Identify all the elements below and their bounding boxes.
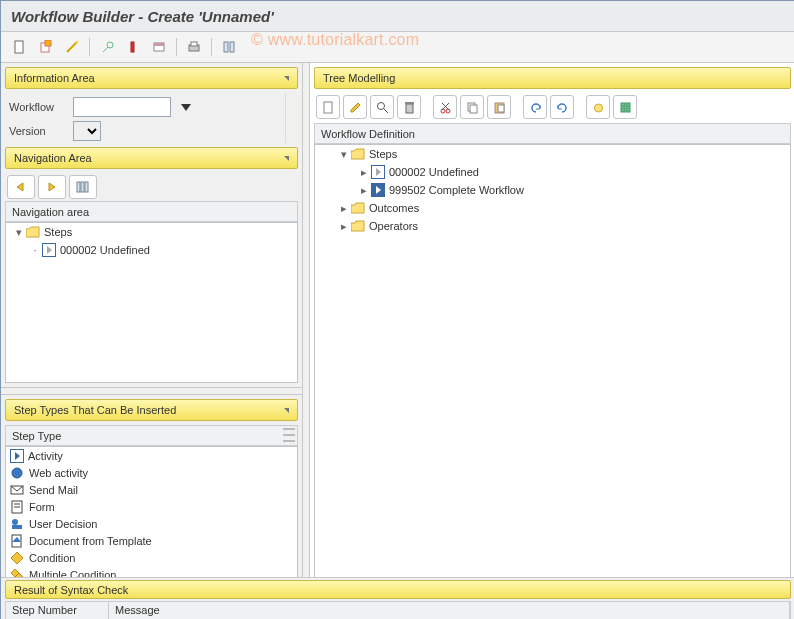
version-select[interactable]: [73, 121, 101, 141]
step-type-column-header: Step Type: [5, 425, 298, 446]
info-scrollbar[interactable]: [285, 93, 302, 143]
wd-outcomes-node[interactable]: ▸ Outcomes: [315, 199, 790, 217]
svg-line-3: [67, 42, 77, 52]
new-document-icon[interactable]: [9, 36, 31, 58]
svg-rect-40: [626, 103, 630, 107]
grip-icon[interactable]: [283, 428, 295, 442]
wd-step-label: 000002 Undefined: [389, 166, 479, 178]
tree-modelling-header[interactable]: Tree Modelling: [314, 67, 791, 89]
window-title: Workflow Builder - Create 'Unnamed': [11, 8, 274, 25]
tree-modelling-label: Tree Modelling: [323, 72, 395, 84]
workflow-input[interactable]: [73, 97, 171, 117]
paste-button[interactable]: [487, 95, 511, 119]
expand-icon[interactable]: ▸: [359, 166, 369, 179]
svg-rect-13: [230, 42, 234, 52]
delete-button[interactable]: [397, 95, 421, 119]
container-icon[interactable]: [148, 36, 170, 58]
expand-icon[interactable]: ▸: [339, 220, 349, 233]
step-type-user-decision[interactable]: User Decision: [6, 515, 297, 532]
step-type-document-template[interactable]: Document from Template: [6, 532, 297, 549]
folder-icon: [351, 202, 365, 214]
svg-point-26: [377, 102, 384, 109]
collapse-icon[interactable]: [284, 76, 289, 81]
information-area-header[interactable]: Information Area: [5, 67, 298, 89]
layout-icon[interactable]: [218, 36, 240, 58]
step-undefined-icon: [371, 165, 385, 179]
toolbar-separator: [176, 38, 177, 56]
svg-line-27: [384, 109, 388, 113]
wd-steps-node[interactable]: ▾ Steps: [315, 145, 790, 163]
print-icon[interactable]: [183, 36, 205, 58]
copy-button[interactable]: [460, 95, 484, 119]
svg-point-22: [12, 519, 18, 525]
activate-icon[interactable]: [35, 36, 57, 58]
step-type-activity[interactable]: Activity: [6, 447, 297, 464]
wd-step-item[interactable]: ▸ 000002 Undefined: [315, 163, 790, 181]
svg-rect-29: [405, 102, 414, 104]
syntax-col-stepnumber[interactable]: Step Number: [6, 602, 109, 619]
syntax-check-label: Result of Syntax Check: [14, 584, 128, 596]
expand-icon[interactable]: ▸: [359, 184, 369, 197]
display-button[interactable]: [370, 95, 394, 119]
nav-columns-button[interactable]: [69, 175, 97, 199]
svg-point-38: [594, 104, 602, 112]
expand-icon[interactable]: ▾: [339, 148, 349, 161]
options-button[interactable]: [613, 95, 637, 119]
create-button[interactable]: [316, 95, 340, 119]
document-template-icon: [10, 534, 25, 548]
find-icon[interactable]: [96, 36, 118, 58]
nav-item-label: 000002 Undefined: [60, 244, 150, 256]
workflow-definition-tree[interactable]: ▾ Steps ▸ 000002 Undefined ▸ 999502 Comp…: [314, 144, 791, 586]
svg-rect-37: [498, 105, 504, 112]
cut-button[interactable]: [433, 95, 457, 119]
redo-button[interactable]: [550, 95, 574, 119]
nav-tree-root[interactable]: ▾ Steps: [6, 223, 297, 241]
wd-step-item[interactable]: ▸ 999502 Complete Workflow: [315, 181, 790, 199]
step-types-header[interactable]: Step Types That Can Be Inserted: [5, 399, 298, 421]
collapse-icon[interactable]: [284, 156, 289, 161]
svg-rect-35: [470, 105, 477, 113]
step-type-condition[interactable]: Condition: [6, 549, 297, 566]
svg-rect-39: [621, 103, 625, 107]
wand-icon[interactable]: [61, 36, 83, 58]
form-icon: [10, 500, 25, 514]
marker-icon[interactable]: [122, 36, 144, 58]
step-type-col-label: Step Type: [12, 430, 61, 442]
syntax-col-message[interactable]: Message: [109, 602, 790, 619]
svg-rect-9: [154, 43, 164, 46]
collapse-icon[interactable]: [284, 408, 289, 413]
navigation-sub-header: Navigation area: [5, 201, 298, 222]
svg-point-4: [76, 41, 79, 44]
folder-open-icon: [351, 148, 365, 160]
svg-rect-0: [15, 41, 23, 53]
window-title-bar: Workflow Builder - Create 'Unnamed': [1, 1, 794, 32]
nav-tree-item[interactable]: · 000002 Undefined: [6, 241, 297, 259]
navigation-area-header[interactable]: Navigation Area: [5, 147, 298, 169]
horizontal-splitter[interactable]: [1, 387, 302, 395]
test-button[interactable]: [586, 95, 610, 119]
navigation-tree[interactable]: ▾ Steps · 000002 Undefined: [5, 222, 298, 383]
svg-rect-11: [191, 42, 197, 46]
expand-icon[interactable]: ▸: [339, 202, 349, 215]
web-activity-icon: [10, 466, 25, 480]
user-decision-icon: [10, 517, 25, 531]
nav-back-button[interactable]: [7, 175, 35, 199]
step-type-web-activity[interactable]: Web activity: [6, 464, 297, 481]
toolbar-separator: [211, 38, 212, 56]
vertical-splitter[interactable]: [302, 63, 310, 590]
expand-icon[interactable]: ▾: [14, 226, 24, 239]
edit-button[interactable]: [343, 95, 367, 119]
dropdown-arrow-icon[interactable]: [181, 104, 191, 111]
step-type-form[interactable]: Form: [6, 498, 297, 515]
mail-icon: [10, 483, 25, 497]
navigation-sub-label: Navigation area: [12, 206, 89, 218]
wd-operators-label: Operators: [369, 220, 418, 232]
undo-button[interactable]: [523, 95, 547, 119]
leaf-bullet-icon: ·: [30, 244, 40, 256]
step-type-send-mail[interactable]: Send Mail: [6, 481, 297, 498]
wd-operators-node[interactable]: ▸ Operators: [315, 217, 790, 235]
step-type-list[interactable]: Activity Web activity Send Mail Form Use…: [5, 446, 298, 586]
nav-forward-button[interactable]: [38, 175, 66, 199]
navigation-toolbar: [1, 173, 302, 201]
syntax-check-header[interactable]: Result of Syntax Check: [5, 580, 791, 599]
